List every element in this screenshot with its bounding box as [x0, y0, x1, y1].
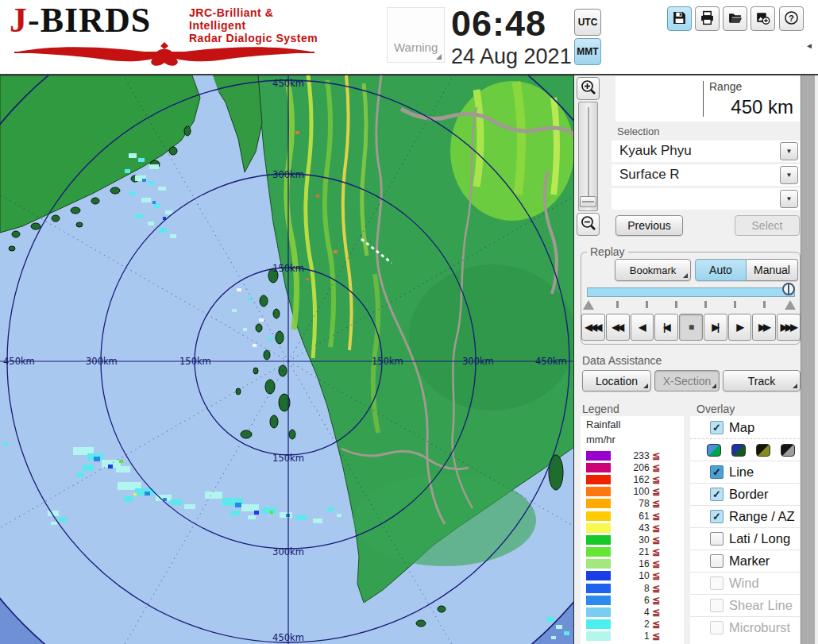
range-box: Range 450 km: [615, 76, 800, 121]
rewind-button[interactable]: ◀◀: [606, 314, 630, 341]
overlay-item-wind[interactable]: Wind: [690, 572, 800, 594]
open-folder-icon: [727, 10, 743, 28]
checkbox-line[interactable]: ✓: [710, 465, 723, 479]
chevron-down-icon[interactable]: ▼: [780, 142, 798, 160]
auto-button[interactable]: Auto: [695, 259, 747, 281]
overlay-item-marker[interactable]: Marker: [690, 550, 800, 572]
legend-entry: 162 ≦: [581, 473, 684, 485]
print-button[interactable]: [695, 6, 720, 31]
svg-text:150km: 150km: [179, 356, 211, 367]
svg-text:450km: 450km: [535, 356, 567, 367]
replay-slider[interactable]: [587, 287, 795, 297]
checkbox-border[interactable]: ✓: [710, 488, 723, 501]
checkbox-marker[interactable]: [710, 554, 723, 568]
app-window: J-BIRDS JRC-Brilliant & Intelligent Rada…: [0, 0, 818, 644]
legend-entry: 78 ≦: [581, 498, 684, 510]
overlay-item-lati-long[interactable]: Lati / Long: [690, 527, 800, 550]
overlay-item-range-az[interactable]: ✓ Range / AZ: [690, 505, 800, 527]
replay-slider-handle[interactable]: [782, 283, 795, 295]
legend-value: 8 ≦: [611, 583, 660, 594]
svg-text:150km: 150km: [272, 453, 304, 464]
bookmark-button[interactable]: Bookmark: [615, 259, 691, 281]
save-button[interactable]: [667, 6, 692, 31]
checkbox-range-az[interactable]: ✓: [710, 510, 723, 523]
rewind-fast-button[interactable]: ◀◀◀: [581, 314, 605, 341]
legend-swatch: [586, 475, 611, 484]
legend-swatch: [586, 607, 611, 617]
legend-swatch: [586, 487, 611, 496]
legend-entry: 233 ≦: [581, 449, 684, 461]
mmt-button[interactable]: MMT: [574, 38, 601, 65]
forward-button[interactable]: ▶▶: [752, 314, 776, 341]
overlay-item-map[interactable]: ✓ Map: [690, 416, 800, 438]
x-section-button[interactable]: X-Section: [654, 370, 720, 391]
overlay-item-border[interactable]: ✓ Border: [690, 483, 800, 505]
chevron-down-icon[interactable]: ▼: [780, 166, 798, 184]
map-style-swatch[interactable]: [707, 444, 721, 457]
legend-entry: 61 ≦: [581, 510, 684, 522]
replay-label: Replay: [587, 245, 628, 258]
legend-rows: 233 ≦ 206 ≦ 162 ≦ 100 ≦ 78 ≦ 61 ≦ 43 ≦ 3…: [581, 449, 684, 642]
zoom-out-button[interactable]: [577, 213, 600, 236]
product-dropdown[interactable]: Surface R ▼: [612, 164, 800, 186]
add-image-button[interactable]: [750, 6, 775, 31]
zoom-slider[interactable]: [578, 102, 598, 211]
slider-tick: [704, 301, 707, 308]
overlay-item-shear-line[interactable]: Shear Line: [690, 594, 800, 616]
svg-text:?: ?: [789, 13, 794, 22]
overlay-item-label: Line: [729, 465, 754, 480]
checkbox-lati-long[interactable]: [710, 532, 723, 546]
product-dropdown-value: Surface R: [619, 167, 680, 183]
select-button[interactable]: Select: [735, 215, 800, 236]
legend-value: 6 ≦: [611, 595, 660, 606]
stop-button[interactable]: ■: [679, 314, 703, 341]
checkbox-map[interactable]: ✓: [710, 421, 723, 434]
warning-button[interactable]: Warning: [387, 7, 445, 63]
map-style-swatch[interactable]: [756, 444, 770, 457]
slider-end-marker[interactable]: [785, 300, 796, 310]
legend-entry: 2 ≦: [581, 619, 684, 631]
step-back-button[interactable]: ◀: [631, 314, 654, 341]
forward-fast-button[interactable]: ▶▶▶: [777, 314, 801, 341]
location-button[interactable]: Location: [582, 370, 651, 391]
playback-controls: ◀◀◀◀◀◀|◀■▶|▶▶▶▶▶▶: [581, 314, 801, 341]
site-dropdown-value: Kyauk Phyu: [619, 143, 692, 159]
zoom-slider-handle[interactable]: [580, 196, 596, 207]
checkbox-wind[interactable]: [710, 577, 723, 590]
utc-button[interactable]: UTC: [574, 9, 601, 36]
zoom-in-icon: [580, 79, 597, 98]
radar-map-canvas[interactable]: 450km 300km 150km 150km 300km 450km 450k…: [0, 75, 574, 644]
overlay-item-microburst[interactable]: Microburst: [690, 616, 800, 638]
map-style-swatch[interactable]: [731, 444, 746, 457]
option-dropdown[interactable]: ▼: [612, 188, 800, 210]
overlay-item-label: Microburst: [729, 620, 790, 635]
zoom-in-button[interactable]: [577, 77, 600, 100]
svg-text:300km: 300km: [86, 356, 118, 367]
track-button[interactable]: Track: [723, 370, 801, 391]
help-button[interactable]: ?: [779, 6, 804, 31]
manual-button[interactable]: Manual: [747, 259, 798, 281]
zoom-out-icon: [580, 214, 597, 234]
legend-swatch: [586, 619, 611, 629]
legend-entry: 100 ≦: [581, 486, 684, 498]
map-style-swatch[interactable]: [781, 444, 795, 457]
checkbox-microburst[interactable]: [710, 621, 723, 634]
site-dropdown[interactable]: Kyauk Phyu ▼: [612, 141, 800, 162]
open-folder-button[interactable]: [723, 6, 747, 31]
slider-tick: [646, 301, 648, 308]
skip-end-button[interactable]: ▶|: [704, 314, 727, 341]
skip-start-button[interactable]: |◀: [654, 314, 678, 341]
checkbox-shear-line[interactable]: [710, 599, 723, 612]
previous-button[interactable]: Previous: [615, 215, 683, 236]
legend-value: 206 ≦: [611, 462, 660, 473]
legend-value: 4 ≦: [611, 607, 660, 618]
chevron-down-icon[interactable]: ▼: [780, 190, 798, 208]
svg-text:300km: 300km: [462, 356, 494, 367]
slider-start-marker[interactable]: [583, 300, 594, 310]
side-scroll-strip[interactable]: [801, 40, 815, 644]
legend-swatch: [586, 451, 611, 461]
play-button[interactable]: ▶: [728, 314, 752, 341]
overlay-item-line[interactable]: ✓ Line: [690, 461, 800, 483]
legend-value: 233 ≦: [611, 450, 660, 461]
panel-collapse-icon[interactable]: ◄: [805, 41, 813, 50]
